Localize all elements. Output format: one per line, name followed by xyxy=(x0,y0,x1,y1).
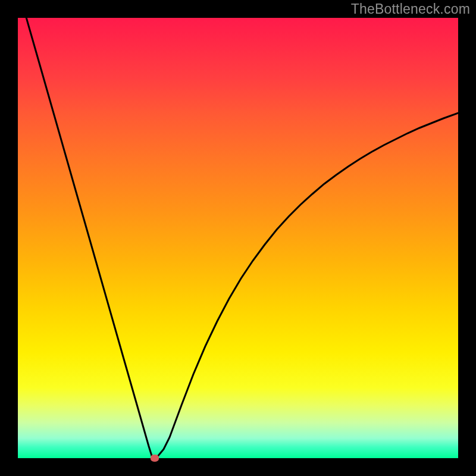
minimum-marker xyxy=(151,455,159,462)
watermark-text: TheBottleneck.com xyxy=(351,1,470,17)
bottleneck-curve xyxy=(18,18,458,458)
plot-area xyxy=(18,18,458,458)
chart-frame: TheBottleneck.com xyxy=(0,0,476,476)
curve-path xyxy=(18,18,458,458)
